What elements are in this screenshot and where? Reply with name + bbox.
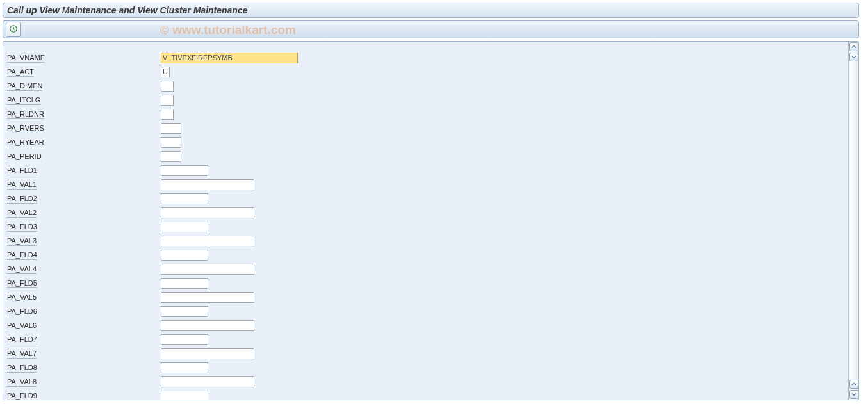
form-row: PA_PERID bbox=[3, 149, 848, 163]
pa-fld6-label: PA_FLD6 bbox=[3, 307, 161, 315]
pa-rldnr-input[interactable] bbox=[161, 109, 174, 120]
pa-val4-input[interactable] bbox=[161, 264, 254, 275]
pa-itclg-label: PA_ITCLG bbox=[3, 96, 161, 104]
scroll-up-button[interactable] bbox=[849, 42, 858, 51]
pa-val1-input[interactable] bbox=[161, 179, 254, 190]
vertical-scrollbar[interactable] bbox=[848, 42, 858, 400]
pa-val4-label: PA_VAL4 bbox=[3, 265, 161, 273]
pa-fld4-label: PA_FLD4 bbox=[3, 251, 161, 259]
pa-ryear-label: PA_RYEAR bbox=[3, 138, 161, 146]
form-row: PA_VAL6 bbox=[3, 318, 848, 332]
pa-fld1-label: PA_FLD1 bbox=[3, 166, 161, 174]
chevron-down-icon bbox=[851, 53, 856, 61]
pa-dimen-label: PA_DIMEN bbox=[3, 82, 161, 90]
form-row: PA_FLD3 bbox=[3, 220, 848, 234]
chevron-up-icon bbox=[851, 380, 856, 389]
form-row: PA_FLD9 bbox=[3, 389, 848, 400]
title-bar: Call up View Maintenance and View Cluste… bbox=[3, 3, 859, 18]
form-region: PA_VNAMEPA_ACTPA_DIMENPA_ITCLGPA_RLDNRPA… bbox=[3, 41, 859, 400]
scroll-step-up-bottom-button[interactable] bbox=[849, 380, 858, 389]
pa-val7-label: PA_VAL7 bbox=[3, 350, 161, 357]
form-row: PA_VAL4 bbox=[3, 262, 848, 276]
pa-fld2-label: PA_FLD2 bbox=[3, 195, 161, 202]
pa-fld7-label: PA_FLD7 bbox=[3, 335, 161, 343]
form-row: PA_FLD6 bbox=[3, 304, 848, 318]
execute-button[interactable] bbox=[6, 22, 21, 37]
pa-fld5-label: PA_FLD5 bbox=[3, 279, 161, 287]
form-row: PA_VAL1 bbox=[3, 177, 848, 191]
form-row: PA_FLD5 bbox=[3, 276, 848, 290]
pa-val6-label: PA_VAL6 bbox=[3, 321, 161, 329]
pa-perid-label: PA_PERID bbox=[3, 152, 161, 160]
scrollbar-track[interactable] bbox=[849, 62, 858, 379]
pa-act-input[interactable] bbox=[161, 67, 170, 77]
form-row: PA_VAL8 bbox=[3, 375, 848, 389]
form-scroll-area: PA_VNAMEPA_ACTPA_DIMENPA_ITCLGPA_RLDNRPA… bbox=[3, 42, 848, 400]
pa-perid-input[interactable] bbox=[161, 151, 181, 162]
pa-fld5-input[interactable] bbox=[161, 278, 208, 289]
pa-val2-label: PA_VAL2 bbox=[3, 209, 161, 216]
scroll-step-down-top-button[interactable] bbox=[849, 53, 858, 61]
form-row: PA_FLD1 bbox=[3, 163, 848, 177]
chevron-down-icon bbox=[851, 390, 856, 399]
chevron-up-icon bbox=[851, 42, 856, 51]
pa-val6-input[interactable] bbox=[161, 320, 254, 331]
pa-vname-input[interactable] bbox=[161, 53, 298, 63]
pa-fld3-input[interactable] bbox=[161, 222, 208, 232]
form-row: PA_ACT bbox=[3, 65, 848, 79]
form-row: PA_VAL3 bbox=[3, 234, 848, 248]
pa-fld9-label: PA_FLD9 bbox=[3, 392, 161, 400]
pa-val8-input[interactable] bbox=[161, 376, 254, 387]
toolbar bbox=[3, 20, 859, 38]
pa-val5-input[interactable] bbox=[161, 292, 254, 303]
app-root: Call up View Maintenance and View Cluste… bbox=[0, 0, 868, 404]
pa-fld2-input[interactable] bbox=[161, 193, 208, 204]
form-row: PA_FLD2 bbox=[3, 191, 848, 206]
pa-val2-input[interactable] bbox=[161, 207, 254, 218]
form-row: PA_RVERS bbox=[3, 121, 848, 135]
form-row: PA_VAL7 bbox=[3, 346, 848, 360]
svg-point-3 bbox=[13, 28, 14, 29]
form-row: PA_VAL5 bbox=[3, 290, 848, 304]
pa-val3-label: PA_VAL3 bbox=[3, 237, 161, 245]
form-row: PA_FLD8 bbox=[3, 360, 848, 375]
form-row: PA_RYEAR bbox=[3, 135, 848, 149]
pa-rldnr-label: PA_RLDNR bbox=[3, 110, 161, 118]
pa-act-label: PA_ACT bbox=[3, 68, 161, 76]
pa-val5-label: PA_VAL5 bbox=[3, 293, 161, 301]
pa-val1-label: PA_VAL1 bbox=[3, 181, 161, 188]
pa-ryear-input[interactable] bbox=[161, 137, 181, 148]
pa-fld4-input[interactable] bbox=[161, 250, 208, 261]
pa-fld9-input[interactable] bbox=[161, 391, 208, 401]
form-row: PA_FLD7 bbox=[3, 332, 848, 346]
form-row: PA_DIMEN bbox=[3, 79, 848, 93]
form-row: PA_FLD4 bbox=[3, 248, 848, 262]
execute-clock-icon bbox=[9, 24, 18, 35]
pa-fld3-label: PA_FLD3 bbox=[3, 223, 161, 230]
pa-vname-label: PA_VNAME bbox=[3, 54, 161, 61]
form-row: PA_RLDNR bbox=[3, 107, 848, 121]
page-title: Call up View Maintenance and View Cluste… bbox=[7, 5, 248, 15]
pa-fld8-label: PA_FLD8 bbox=[3, 364, 161, 371]
pa-val3-input[interactable] bbox=[161, 236, 254, 246]
pa-fld8-input[interactable] bbox=[161, 362, 208, 373]
pa-val8-label: PA_VAL8 bbox=[3, 378, 161, 385]
pa-fld7-input[interactable] bbox=[161, 334, 208, 345]
pa-fld6-input[interactable] bbox=[161, 306, 208, 317]
pa-itclg-input[interactable] bbox=[161, 95, 174, 106]
form-row: PA_VNAME bbox=[3, 51, 848, 65]
pa-val7-input[interactable] bbox=[161, 348, 254, 359]
pa-rvers-label: PA_RVERS bbox=[3, 124, 161, 132]
form-row: PA_ITCLG bbox=[3, 93, 848, 107]
scroll-down-button[interactable] bbox=[849, 390, 858, 399]
form-row: PA_VAL2 bbox=[3, 206, 848, 220]
pa-rvers-input[interactable] bbox=[161, 123, 181, 134]
pa-fld1-input[interactable] bbox=[161, 165, 208, 176]
pa-dimen-input[interactable] bbox=[161, 81, 174, 92]
